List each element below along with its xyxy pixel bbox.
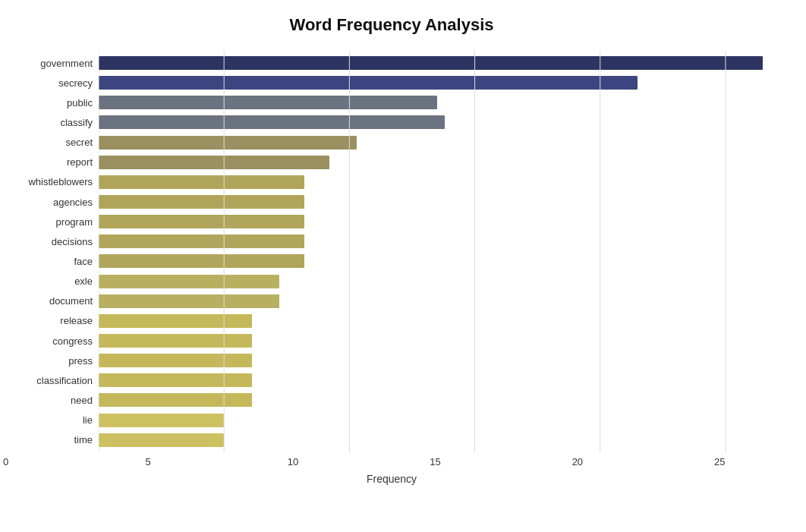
bar-row [99,252,776,270]
y-label: need [71,391,93,409]
bar [99,294,279,308]
bar [99,215,304,228]
bar-row [99,391,776,409]
y-label: secrecy [58,74,93,92]
bar [99,115,445,129]
x-tick-label: 15 [430,456,440,467]
y-label: classify [60,113,93,131]
chart-title: Word Frequency Analysis [8,15,776,35]
bar [99,275,279,288]
bar [99,195,304,209]
bar-row [99,332,776,350]
bar-row [99,153,776,172]
x-axis-label: Frequency [367,473,417,485]
bar-row [99,212,776,231]
y-label: decisions [52,232,93,250]
y-label: secret [66,134,93,152]
x-tick-label: 10 [288,456,298,467]
y-label: document [49,292,93,310]
y-label: time [74,431,93,449]
y-label: classification [36,371,93,389]
bar-row [99,74,776,92]
x-tick-label: 5 [145,456,150,467]
x-tick-label: 25 [714,456,725,467]
bar [99,235,304,248]
bar [99,373,252,387]
bar-row [99,272,776,291]
x-tick-label: 20 [572,456,583,467]
y-label: press [68,351,93,370]
bars-section [99,50,776,453]
bar [99,96,437,109]
y-label: congress [52,332,93,350]
bar [99,433,224,447]
y-label: program [56,212,93,231]
bar [99,414,224,427]
bars-container [99,50,776,453]
bar [99,156,329,169]
bar [99,354,252,367]
bar [99,334,252,348]
bar-row [99,292,776,310]
x-tick-label: 0 [3,456,8,467]
bar-row [99,232,776,250]
bar-row [99,312,776,330]
bar-row [99,113,776,131]
x-tick-labels: 0510152025 [8,456,776,471]
y-label: exle [74,272,93,291]
x-axis: 0510152025 Frequency [8,456,776,485]
bar-row [99,93,776,112]
y-label: government [40,54,93,72]
y-label: report [67,153,93,172]
bar-row [99,54,776,72]
y-label: agencies [53,193,93,211]
y-label: release [60,312,93,330]
bar [99,254,304,268]
bar-row [99,134,776,152]
bar [99,76,638,90]
bar [99,393,252,407]
y-label: face [74,252,93,270]
bar-row [99,351,776,370]
y-label: lie [83,411,93,430]
bar-row [99,431,776,449]
chart-container: Word Frequency Analysis governmentsecrec… [0,0,806,532]
bar [99,314,252,328]
bar-row [99,411,776,430]
y-axis: governmentsecrecypublicclassifysecretrep… [8,50,99,453]
bar-row [99,193,776,211]
y-label: whistleblowers [28,173,93,191]
bar-row [99,173,776,191]
bar [99,136,357,150]
bar [99,56,763,70]
bar-row [99,371,776,389]
y-label: public [67,93,93,112]
bar [99,175,304,189]
